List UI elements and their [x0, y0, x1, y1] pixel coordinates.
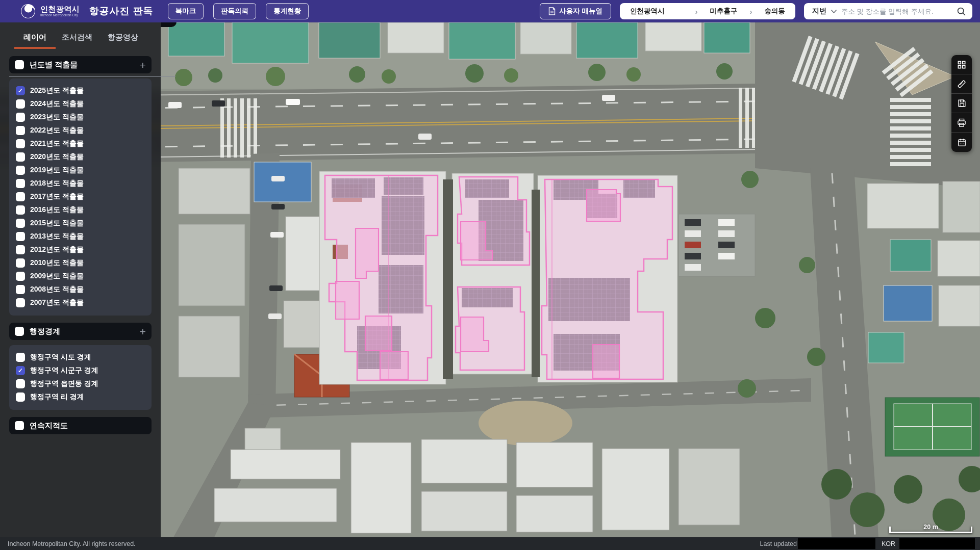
layer-item[interactable]: 2021년도 적출물 [9, 137, 152, 150]
layer-item-label: 2013년도 적출물 [30, 232, 84, 241]
layer-item-label: 2009년도 적출물 [30, 272, 84, 281]
layer-item[interactable]: 2012년도 적출물 [9, 243, 152, 256]
extraction-sub-polygon[interactable] [380, 352, 408, 379]
layer-item-label: 2022년도 적출물 [30, 126, 84, 135]
date-tool-button[interactable] [951, 133, 972, 152]
layer-group-title: 연속지적도 [30, 421, 68, 431]
user-manual-button[interactable]: 사용자 매뉴얼 [540, 3, 611, 19]
checkbox-checked[interactable]: ✓ [16, 366, 25, 375]
measure-tool-button[interactable] [951, 74, 972, 94]
bookmark-button[interactable]: 북마크 [168, 3, 204, 19]
checkbox[interactable] [16, 166, 25, 175]
layer-item[interactable]: 2020년도 적출물 [9, 150, 152, 164]
layer-item[interactable]: 2019년도 적출물 [9, 164, 152, 177]
layer-item-label: 2024년도 적출물 [30, 99, 84, 109]
checkbox[interactable] [16, 179, 25, 188]
layer-item[interactable]: ✓2025년도 적출물 [9, 84, 152, 97]
breadcrumb: 인천광역시 › 미추홀구 › 숭의동 [620, 3, 795, 19]
add-icon[interactable]: + [140, 60, 146, 70]
checkbox[interactable] [16, 258, 25, 268]
layer-item-label: 2018년도 적출물 [30, 179, 84, 188]
checkbox[interactable] [16, 99, 25, 109]
layer-item-label: 2012년도 적출물 [30, 245, 84, 254]
breadcrumb-city[interactable]: 인천광역시 [630, 7, 665, 16]
layer-item[interactable]: 행정구역 시도 경계 [9, 351, 152, 364]
layer-item[interactable]: 2015년도 적출물 [9, 217, 152, 230]
search-category-select[interactable]: 지번 [812, 7, 826, 16]
layer-item[interactable]: 행정구역 읍면동 경계 [9, 377, 152, 390]
layer-item[interactable]: 2022년도 적출물 [9, 124, 152, 137]
checkbox[interactable] [16, 245, 25, 254]
layer-item-label: 2010년도 적출물 [30, 258, 84, 268]
checkbox[interactable] [16, 272, 25, 281]
layer-item[interactable]: 2023년도 적출물 [9, 111, 152, 124]
extraction-sub-polygon[interactable] [365, 316, 392, 351]
app-window: 인천광역시 Incheon Metropolitan City 항공사진 판독 … [0, 0, 980, 550]
breadcrumb-neighborhood[interactable]: 숭의동 [765, 7, 786, 16]
checkbox[interactable] [16, 392, 25, 402]
checkbox[interactable] [15, 60, 24, 69]
checkbox[interactable] [16, 232, 25, 241]
tabs-divider [9, 76, 175, 77]
layer-item[interactable]: 행정구역 리 경계 [9, 390, 152, 404]
chevron-down-icon[interactable] [831, 9, 837, 14]
layer-groups: 년도별 적출물+✓2025년도 적출물2024년도 적출물2023년도 적출물2… [0, 56, 161, 434]
layer-group-header: 년도별 적출물+ [9, 56, 152, 73]
print-icon [957, 118, 967, 128]
map-toolbar [951, 55, 972, 152]
checkbox[interactable] [16, 126, 25, 135]
grid-tool-button[interactable] [951, 55, 972, 74]
checkbox[interactable] [16, 219, 25, 228]
tab-조서검색[interactable]: 조서검색 [62, 33, 92, 49]
layer-item[interactable]: 2018년도 적출물 [9, 177, 152, 190]
checkbox[interactable] [16, 152, 25, 162]
layer-item[interactable]: 2016년도 적출물 [9, 203, 152, 217]
add-icon[interactable]: + [140, 326, 146, 337]
extraction-sub-polygon[interactable] [593, 345, 619, 378]
layer-item[interactable]: 2008년도 적출물 [9, 283, 152, 296]
search-input[interactable] [841, 8, 952, 15]
statistics-button[interactable]: 통계현황 [266, 3, 309, 19]
layer-item[interactable]: 2010년도 적출물 [9, 256, 152, 270]
checkbox[interactable] [16, 298, 25, 307]
layer-item[interactable]: ✓행정구역 시군구 경계 [9, 364, 152, 377]
org-name-en: Incheon Metropolitan City [40, 14, 80, 17]
layer-group-title: 행정경계 [30, 327, 60, 336]
checkbox[interactable] [16, 113, 25, 122]
top-bar: 인천광역시 Incheon Metropolitan City 항공사진 판독 … [0, 0, 980, 22]
redacted-info [899, 538, 975, 549]
checkbox[interactable] [15, 421, 24, 430]
checkbox-checked[interactable]: ✓ [16, 86, 25, 95]
checkbox[interactable] [16, 379, 25, 388]
save-icon [957, 98, 967, 108]
extraction-sub-polygon[interactable] [356, 228, 379, 278]
layer-group-header: 연속지적도 [9, 417, 152, 434]
layer-item-label: 2008년도 적출물 [30, 285, 84, 294]
layer-item[interactable]: 2013년도 적출물 [9, 230, 152, 243]
layer-item-label: 2019년도 적출물 [30, 166, 84, 175]
checkbox[interactable] [16, 192, 25, 201]
layer-item-panel: 행정구역 시도 경계✓행정구역 시군구 경계행정구역 읍면동 경계행정구역 리 … [9, 345, 152, 410]
org-name: 인천광역시 [40, 5, 80, 13]
tab-항공영상[interactable]: 항공영상 [108, 33, 138, 49]
print-tool-button[interactable] [951, 113, 972, 133]
checkbox[interactable] [15, 327, 24, 336]
tab-레이어[interactable]: 레이어 [23, 33, 46, 49]
extraction-sub-polygon[interactable] [336, 281, 359, 319]
layer-item[interactable]: 2007년도 적출물 [9, 296, 152, 309]
layer-item[interactable]: 2009년도 적출물 [9, 270, 152, 283]
checkbox[interactable] [16, 353, 25, 362]
breadcrumb-district[interactable]: 미추홀구 [710, 7, 738, 16]
save-tool-button[interactable] [951, 94, 972, 113]
search-icon[interactable] [957, 7, 966, 16]
layer-item[interactable]: 2017년도 적출물 [9, 190, 152, 203]
checkbox[interactable] [16, 205, 25, 215]
layer-item[interactable]: 2024년도 적출물 [9, 97, 152, 111]
interpretation-request-button[interactable]: 판독의뢰 [213, 3, 256, 19]
language-indicator[interactable]: KOR [882, 540, 895, 547]
checkbox[interactable] [16, 139, 25, 148]
checkbox[interactable] [16, 285, 25, 294]
extraction-sub-polygon[interactable] [587, 190, 620, 221]
layer-group-title: 년도별 적출물 [30, 60, 78, 70]
incheon-logo-icon [20, 4, 36, 19]
